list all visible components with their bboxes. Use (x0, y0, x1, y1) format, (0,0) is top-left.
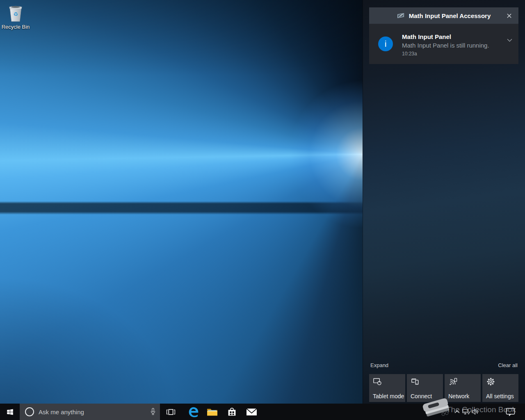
taskbar: 10:23 AM 12/8/2017 (0, 404, 525, 420)
tablet-mode-icon (373, 377, 382, 386)
microphone-button[interactable] (150, 408, 156, 417)
connect-label: Connect (411, 393, 432, 399)
windows-logo-icon (7, 409, 14, 415)
close-icon (507, 14, 511, 18)
search-input[interactable] (39, 404, 149, 420)
expand-link[interactable]: Expand (370, 362, 388, 368)
quick-actions-row: Tablet mode Connect (369, 374, 518, 402)
recycle-symbol-icon: ♻ (13, 11, 18, 17)
tablet-mode-label: Tablet mode (373, 393, 404, 399)
quick-action-network[interactable]: Network (445, 374, 481, 402)
notification-expand-button[interactable] (504, 34, 515, 46)
task-view-button[interactable] (162, 404, 179, 420)
store-button[interactable] (224, 404, 240, 420)
network-icon (448, 377, 458, 386)
quick-action-connect[interactable]: Connect (407, 374, 443, 402)
desktop-icon-recycle-bin[interactable]: ♻ Recycle Bin (1, 3, 30, 30)
store-icon (227, 407, 237, 417)
network-label: Network (448, 393, 469, 399)
notification-app-name: Math Input Panel Accessory (409, 12, 491, 19)
recycle-bin-label: Recycle Bin (1, 24, 30, 30)
action-center-button[interactable] (505, 404, 516, 420)
info-badge-icon: i (378, 37, 393, 51)
all-settings-label: All settings (486, 393, 514, 399)
notification-message: Math Input Panel is still running. (402, 42, 489, 49)
file-explorer-button[interactable] (204, 404, 220, 420)
mail-button[interactable] (243, 404, 260, 420)
task-view-icon (166, 409, 176, 415)
windows-desktop-screen: ♻ Recycle Bin Math Input Panel Accessory (0, 0, 525, 420)
tray-network-button[interactable] (462, 404, 470, 420)
notification-group-header[interactable]: Math Input Panel Accessory (369, 7, 518, 24)
cortana-icon (25, 407, 34, 416)
action-center-panel: Math Input Panel Accessory i Math Input … (363, 0, 525, 404)
math-input-panel-app-icon (397, 12, 405, 19)
info-glyph: i (385, 39, 387, 49)
speaker-icon (471, 409, 478, 415)
settings-gear-icon (486, 377, 495, 386)
action-center-icon (506, 408, 515, 416)
chevron-up-icon (454, 410, 460, 413)
tray-network-icon (462, 409, 470, 415)
tray-volume-button[interactable] (471, 404, 479, 420)
cortana-search-box[interactable] (20, 404, 160, 420)
microphone-icon (150, 408, 156, 415)
notification-title: Math Input Panel (402, 33, 451, 40)
quick-action-all-settings[interactable]: All settings (482, 374, 518, 402)
start-button[interactable] (0, 404, 20, 420)
edge-icon (187, 406, 199, 418)
hidden-icons-button[interactable] (453, 404, 461, 420)
quick-action-tablet-mode[interactable]: Tablet mode (369, 374, 405, 402)
notification-item[interactable]: i Math Input Panel Math Input Panel is s… (369, 24, 518, 64)
file-explorer-icon (207, 407, 218, 417)
recycle-bin-icon: ♻ (6, 3, 25, 23)
notification-close-button[interactable] (503, 7, 515, 24)
notification-group: Math Input Panel Accessory i Math Input … (369, 7, 518, 64)
chevron-down-icon (507, 39, 512, 42)
mail-icon (246, 408, 257, 416)
edge-browser-button[interactable] (185, 404, 201, 420)
clear-all-link[interactable]: Clear all (498, 362, 518, 368)
notification-timestamp: 10:23a (402, 51, 417, 57)
connect-icon (411, 377, 420, 386)
